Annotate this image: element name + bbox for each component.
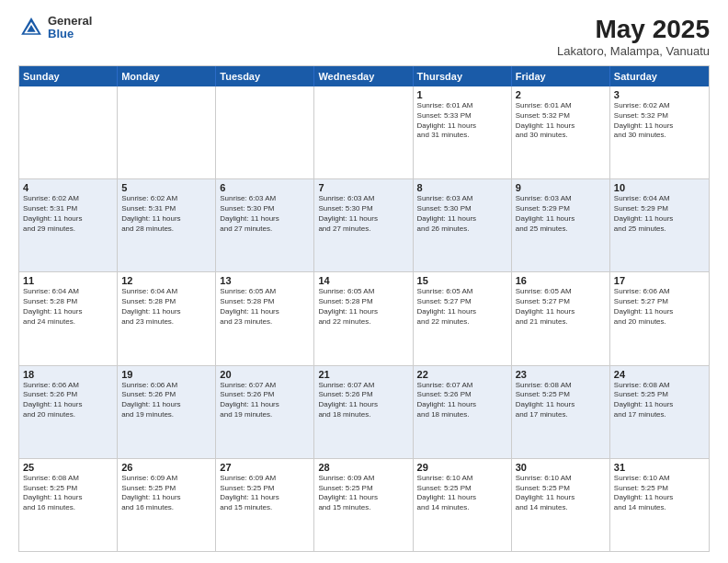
calendar-day-header-thursday: Thursday — [414, 66, 512, 86]
calendar-cell-18: 18Sunrise: 6:06 AM Sunset: 5:26 PM Dayli… — [19, 366, 118, 458]
cell-info: Sunrise: 6:09 AM Sunset: 5:25 PM Dayligh… — [220, 474, 310, 513]
cell-date-number: 4 — [23, 182, 113, 193]
calendar-cell-5: 5Sunrise: 6:02 AM Sunset: 5:31 PM Daylig… — [118, 179, 216, 271]
cell-date-number: 6 — [220, 182, 310, 193]
calendar-header: SundayMondayTuesdayWednesdayThursdayFrid… — [19, 66, 709, 86]
cell-info: Sunrise: 6:09 AM Sunset: 5:25 PM Dayligh… — [318, 474, 408, 513]
cell-date-number: 8 — [417, 182, 507, 193]
header: General Blue May 2025 Lakatoro, Malampa,… — [18, 15, 710, 58]
calendar-cell-24: 24Sunrise: 6:08 AM Sunset: 5:25 PM Dayli… — [610, 366, 709, 458]
calendar-cell-25: 25Sunrise: 6:08 AM Sunset: 5:25 PM Dayli… — [19, 459, 118, 551]
calendar-cell-17: 17Sunrise: 6:06 AM Sunset: 5:27 PM Dayli… — [610, 272, 709, 364]
calendar-row-4: 25Sunrise: 6:08 AM Sunset: 5:25 PM Dayli… — [19, 458, 709, 551]
cell-info: Sunrise: 6:06 AM Sunset: 5:27 PM Dayligh… — [614, 287, 705, 327]
cell-date-number: 2 — [516, 89, 606, 100]
calendar-cell-26: 26Sunrise: 6:09 AM Sunset: 5:25 PM Dayli… — [118, 459, 216, 551]
cell-date-number: 16 — [516, 275, 606, 286]
calendar-cell-12: 12Sunrise: 6:04 AM Sunset: 5:28 PM Dayli… — [118, 272, 216, 364]
cell-date-number: 22 — [417, 369, 507, 380]
cell-info: Sunrise: 6:04 AM Sunset: 5:28 PM Dayligh… — [121, 287, 211, 327]
calendar-cell-28: 28Sunrise: 6:09 AM Sunset: 5:25 PM Dayli… — [314, 459, 413, 551]
empty-cell — [19, 86, 118, 178]
cell-date-number: 26 — [121, 462, 211, 473]
cell-date-number: 21 — [318, 369, 408, 380]
calendar-cell-19: 19Sunrise: 6:06 AM Sunset: 5:26 PM Dayli… — [118, 366, 216, 458]
calendar-cell-14: 14Sunrise: 6:05 AM Sunset: 5:28 PM Dayli… — [314, 272, 413, 364]
cell-date-number: 5 — [121, 182, 211, 193]
logo-text: General Blue — [48, 15, 92, 41]
cell-date-number: 13 — [220, 275, 310, 286]
cell-info: Sunrise: 6:03 AM Sunset: 5:29 PM Dayligh… — [516, 194, 606, 234]
logo-blue: Blue — [48, 28, 92, 40]
cell-date-number: 12 — [121, 275, 211, 286]
page: General Blue May 2025 Lakatoro, Malampa,… — [0, 0, 728, 563]
cell-info: Sunrise: 6:02 AM Sunset: 5:31 PM Dayligh… — [121, 194, 211, 234]
cell-date-number: 30 — [516, 462, 606, 473]
calendar-cell-10: 10Sunrise: 6:04 AM Sunset: 5:29 PM Dayli… — [610, 179, 709, 271]
cell-info: Sunrise: 6:01 AM Sunset: 5:33 PM Dayligh… — [417, 101, 507, 141]
calendar-cell-21: 21Sunrise: 6:07 AM Sunset: 5:26 PM Dayli… — [314, 366, 413, 458]
calendar-day-header-tuesday: Tuesday — [216, 66, 314, 86]
calendar-cell-31: 31Sunrise: 6:10 AM Sunset: 5:25 PM Dayli… — [610, 459, 709, 551]
cell-date-number: 18 — [23, 369, 113, 380]
calendar-row-2: 11Sunrise: 6:04 AM Sunset: 5:28 PM Dayli… — [19, 271, 709, 364]
calendar-cell-8: 8Sunrise: 6:03 AM Sunset: 5:30 PM Daylig… — [414, 179, 512, 271]
cell-info: Sunrise: 6:08 AM Sunset: 5:25 PM Dayligh… — [516, 381, 606, 420]
calendar-cell-3: 3Sunrise: 6:02 AM Sunset: 5:32 PM Daylig… — [610, 86, 709, 178]
cell-info: Sunrise: 6:02 AM Sunset: 5:32 PM Dayligh… — [614, 101, 705, 141]
cell-date-number: 9 — [516, 182, 606, 193]
empty-cell — [216, 86, 314, 178]
calendar-cell-1: 1Sunrise: 6:01 AM Sunset: 5:33 PM Daylig… — [414, 86, 512, 178]
calendar-row-1: 4Sunrise: 6:02 AM Sunset: 5:31 PM Daylig… — [19, 178, 709, 271]
cell-date-number: 14 — [318, 275, 408, 286]
cell-date-number: 1 — [417, 89, 507, 100]
cell-info: Sunrise: 6:03 AM Sunset: 5:30 PM Dayligh… — [318, 194, 408, 234]
calendar-cell-27: 27Sunrise: 6:09 AM Sunset: 5:25 PM Dayli… — [216, 459, 314, 551]
cell-date-number: 10 — [614, 182, 705, 193]
calendar-body: 1Sunrise: 6:01 AM Sunset: 5:33 PM Daylig… — [19, 86, 709, 551]
cell-info: Sunrise: 6:05 AM Sunset: 5:27 PM Dayligh… — [417, 287, 507, 327]
cell-info: Sunrise: 6:03 AM Sunset: 5:30 PM Dayligh… — [417, 194, 507, 234]
cell-date-number: 20 — [220, 369, 310, 380]
cell-info: Sunrise: 6:10 AM Sunset: 5:25 PM Dayligh… — [614, 474, 705, 513]
empty-cell — [118, 86, 216, 178]
calendar-cell-23: 23Sunrise: 6:08 AM Sunset: 5:25 PM Dayli… — [512, 366, 610, 458]
cell-date-number: 17 — [614, 275, 705, 286]
logo-general: General — [48, 15, 92, 28]
title-block: May 2025 Lakatoro, Malampa, Vanuatu — [557, 15, 710, 58]
cell-info: Sunrise: 6:08 AM Sunset: 5:25 PM Dayligh… — [614, 381, 705, 420]
cell-info: Sunrise: 6:04 AM Sunset: 5:28 PM Dayligh… — [23, 287, 113, 327]
cell-date-number: 7 — [318, 182, 408, 193]
cell-info: Sunrise: 6:02 AM Sunset: 5:31 PM Dayligh… — [23, 194, 113, 234]
cell-info: Sunrise: 6:05 AM Sunset: 5:28 PM Dayligh… — [318, 287, 408, 327]
cell-date-number: 15 — [417, 275, 507, 286]
calendar-cell-6: 6Sunrise: 6:03 AM Sunset: 5:30 PM Daylig… — [216, 179, 314, 271]
calendar-cell-29: 29Sunrise: 6:10 AM Sunset: 5:25 PM Dayli… — [414, 459, 512, 551]
cell-info: Sunrise: 6:01 AM Sunset: 5:32 PM Dayligh… — [516, 101, 606, 141]
cell-date-number: 23 — [516, 369, 606, 380]
cell-info: Sunrise: 6:07 AM Sunset: 5:26 PM Dayligh… — [220, 381, 310, 420]
cell-info: Sunrise: 6:07 AM Sunset: 5:26 PM Dayligh… — [318, 381, 408, 420]
cell-info: Sunrise: 6:05 AM Sunset: 5:28 PM Dayligh… — [220, 287, 310, 327]
calendar-cell-13: 13Sunrise: 6:05 AM Sunset: 5:28 PM Dayli… — [216, 272, 314, 364]
cell-info: Sunrise: 6:05 AM Sunset: 5:27 PM Dayligh… — [516, 287, 606, 327]
cell-date-number: 11 — [23, 275, 113, 286]
calendar-cell-20: 20Sunrise: 6:07 AM Sunset: 5:26 PM Dayli… — [216, 366, 314, 458]
cell-info: Sunrise: 6:04 AM Sunset: 5:29 PM Dayligh… — [614, 194, 705, 234]
cell-date-number: 3 — [614, 89, 705, 100]
location: Lakatoro, Malampa, Vanuatu — [557, 44, 710, 58]
cell-date-number: 31 — [614, 462, 705, 473]
calendar-cell-2: 2Sunrise: 6:01 AM Sunset: 5:32 PM Daylig… — [512, 86, 610, 178]
calendar-row-3: 18Sunrise: 6:06 AM Sunset: 5:26 PM Dayli… — [19, 365, 709, 458]
cell-date-number: 28 — [318, 462, 408, 473]
calendar-cell-9: 9Sunrise: 6:03 AM Sunset: 5:29 PM Daylig… — [512, 179, 610, 271]
calendar-day-header-wednesday: Wednesday — [314, 66, 413, 86]
calendar: SundayMondayTuesdayWednesdayThursdayFrid… — [18, 65, 710, 552]
calendar-cell-16: 16Sunrise: 6:05 AM Sunset: 5:27 PM Dayli… — [512, 272, 610, 364]
calendar-day-header-saturday: Saturday — [610, 66, 709, 86]
month-year: May 2025 — [557, 15, 710, 44]
cell-info: Sunrise: 6:08 AM Sunset: 5:25 PM Dayligh… — [23, 474, 113, 513]
cell-info: Sunrise: 6:06 AM Sunset: 5:26 PM Dayligh… — [121, 381, 211, 420]
cell-info: Sunrise: 6:09 AM Sunset: 5:25 PM Dayligh… — [121, 474, 211, 513]
calendar-cell-4: 4Sunrise: 6:02 AM Sunset: 5:31 PM Daylig… — [19, 179, 118, 271]
